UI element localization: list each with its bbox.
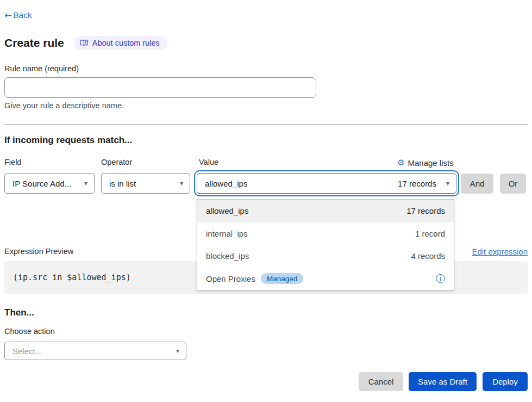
field-select-value: IP Source Add... <box>12 179 71 188</box>
rule-name-label: Rule name (required) <box>4 64 79 73</box>
match-section-heading: If incoming requests match... <box>4 135 132 146</box>
cancel-button[interactable]: Cancel <box>359 372 403 391</box>
or-button[interactable]: Or <box>500 174 526 194</box>
edit-expression-link[interactable]: Edit expression <box>472 247 528 256</box>
gear-icon: ⚙ <box>397 158 404 168</box>
field-label: Field <box>4 158 21 166</box>
operator-label: Operator <box>101 158 132 166</box>
book-icon <box>80 39 88 47</box>
back-link[interactable]: ← Back <box>4 10 32 21</box>
managed-badge: Managed <box>261 273 303 284</box>
create-rule-page: ← Back Create rule About custom rules Ru… <box>0 0 532 402</box>
list-item-name: allowed_ips <box>206 206 248 215</box>
list-item-open-proxies[interactable]: Open Proxies Managed ⓘ <box>197 268 454 290</box>
operator-select-value: is in list <box>109 179 136 188</box>
about-badge-label: About custom rules <box>92 39 160 47</box>
value-select[interactable]: allowed_ips 17 records ▾ <box>197 173 456 194</box>
action-select[interactable]: Select... ▾ <box>4 342 186 360</box>
manage-lists-label: Manage lists <box>408 158 453 168</box>
value-label: Value <box>199 158 218 166</box>
list-item-blocked-ips[interactable]: blocked_ips 4 records <box>197 245 454 268</box>
rule-name-input[interactable] <box>4 77 316 98</box>
rule-name-helper: Give your rule a descriptive name. <box>4 101 124 110</box>
chevron-down-icon: ▾ <box>84 180 87 187</box>
operator-select[interactable]: is in list ▾ <box>101 173 190 194</box>
back-label: Back <box>13 10 32 20</box>
field-select[interactable]: IP Source Add... ▾ <box>4 173 95 194</box>
then-section-heading: Then... <box>4 307 34 318</box>
info-icon[interactable]: ⓘ <box>436 274 445 283</box>
page-title: Create rule <box>4 36 64 50</box>
back-arrow-icon: ← <box>4 10 12 21</box>
chevron-down-icon: ▾ <box>446 180 449 187</box>
list-item-name: blocked_ips <box>206 251 249 261</box>
and-button[interactable]: And <box>461 174 493 194</box>
deploy-button[interactable]: Deploy <box>483 372 528 391</box>
expression-code: (ip.src in $allowed_ips) <box>4 273 131 282</box>
manage-lists-link[interactable]: ⚙ Manage lists <box>397 158 454 168</box>
list-item-allowed-ips[interactable]: allowed_ips 17 records <box>197 200 454 222</box>
chevron-down-icon: ▾ <box>180 180 183 187</box>
value-select-count: 17 records <box>398 179 436 188</box>
list-item-internal-ips[interactable]: internal_ips 1 record <box>197 222 454 245</box>
action-select-placeholder: Select... <box>12 347 42 356</box>
list-item-count: 17 records <box>406 206 445 215</box>
list-item-name: internal_ips <box>206 229 248 238</box>
value-select-name: allowed_ips <box>205 179 247 188</box>
expression-preview-label: Expression Preview <box>4 247 73 256</box>
section-divider <box>4 124 528 125</box>
list-item-name: Open Proxies <box>206 274 255 283</box>
list-item-count: 4 records <box>411 251 445 261</box>
chevron-down-icon: ▾ <box>176 347 179 355</box>
about-custom-rules-link[interactable]: About custom rules <box>74 36 167 50</box>
save-as-draft-button[interactable]: Save as Draft <box>409 372 477 391</box>
choose-action-label: Choose action <box>4 327 55 336</box>
list-dropdown-menu: allowed_ips 17 records internal_ips 1 re… <box>197 199 454 290</box>
list-item-count: 1 record <box>415 229 445 238</box>
